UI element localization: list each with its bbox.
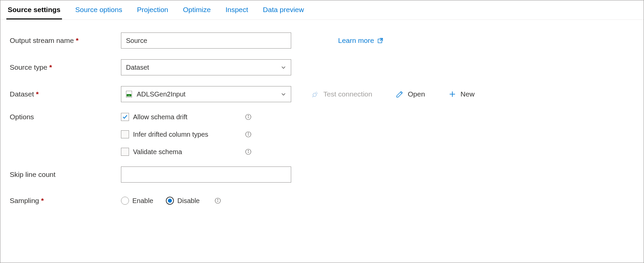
test-connection-button[interactable]: Test connection [311,90,372,98]
row-options: Options Allow schema drift Infer drifted… [10,113,634,156]
external-link-icon [377,38,383,44]
allow-schema-drift-label: Allow schema drift [133,113,187,121]
tab-source-settings[interactable]: Source settings [6,0,62,19]
tab-data-preview[interactable]: Data preview [262,0,306,19]
row-sampling: Sampling Enable Disable [10,193,634,208]
source-settings-form: Output stream name Source Learn more Sou… [0,20,644,208]
info-icon[interactable] [245,148,252,155]
info-icon[interactable] [214,197,221,204]
open-button[interactable]: Open [396,90,425,98]
tab-bar: Source settings Source options Projectio… [0,0,644,20]
info-icon[interactable] [245,131,252,138]
output-stream-name-label: Output stream name [10,37,121,45]
test-connection-label: Test connection [323,90,372,98]
open-label: Open [408,90,425,98]
chevron-down-icon [281,65,286,70]
sampling-label: Sampling [10,197,121,205]
source-type-label: Source type [10,63,121,71]
sampling-disable-radio[interactable]: Disable [166,197,200,205]
learn-more-label: Learn more [338,37,374,45]
info-icon[interactable] [245,114,252,120]
tab-optimize[interactable]: Optimize [182,0,212,19]
source-type-select[interactable]: Dataset [121,59,291,75]
sampling-enable-label: Enable [132,197,153,205]
options-label: Options [10,113,121,121]
tab-inspect[interactable]: Inspect [224,0,250,19]
svg-line-8 [400,92,402,93]
svg-line-7 [312,96,314,97]
new-button[interactable]: New [448,90,474,98]
row-skip-line-count: Skip line count [10,167,634,183]
row-dataset: Dataset csv ADLSGen2Input [10,86,634,102]
skip-line-count-input[interactable] [121,167,291,183]
plus-icon [448,90,456,98]
pencil-icon [396,90,404,98]
plug-icon [311,90,319,98]
allow-schema-drift-checkbox[interactable] [121,113,129,121]
sampling-enable-radio[interactable]: Enable [121,197,153,205]
svg-line-5 [316,92,317,93]
row-source-type: Source type Dataset [10,59,634,75]
dataset-select[interactable]: csv ADLSGen2Input [121,86,291,102]
validate-schema-label: Validate schema [133,148,182,156]
validate-schema-checkbox[interactable] [121,148,129,156]
tab-projection[interactable]: Projection [136,0,170,19]
new-label: New [460,90,474,98]
csv-file-icon: csv [126,91,132,97]
infer-drifted-types-label: Infer drifted column types [133,131,208,138]
dataset-value: ADLSGen2Input [137,90,186,98]
svg-text:csv: csv [128,94,130,96]
row-output-stream-name: Output stream name Source Learn more [10,32,634,49]
svg-point-16 [248,133,249,133]
source-type-value: Dataset [126,64,149,71]
tab-source-options[interactable]: Source options [74,0,124,19]
infer-drifted-types-checkbox[interactable] [121,130,129,138]
sampling-disable-label: Disable [177,197,200,205]
svg-line-6 [317,93,318,94]
svg-point-13 [248,115,249,116]
learn-more-link[interactable]: Learn more [338,37,383,45]
skip-line-count-label: Skip line count [10,171,121,179]
dataset-label: Dataset [10,90,121,98]
output-stream-name-input[interactable]: Source [121,32,291,49]
check-icon [122,114,128,120]
svg-point-22 [217,199,218,200]
chevron-down-icon [281,91,286,97]
svg-point-19 [248,150,249,151]
